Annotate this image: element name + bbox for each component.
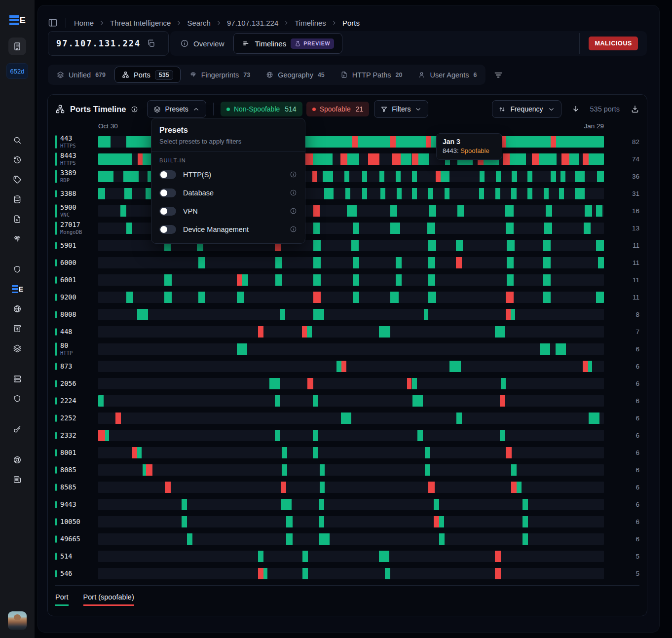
port-row-2332[interactable]: 23326 — [55, 427, 639, 444]
port-track[interactable] — [98, 447, 604, 458]
port-row-27017[interactable]: 27017MongoDB13 — [55, 220, 639, 237]
org-button[interactable] — [8, 38, 26, 55]
tab-user-agents[interactable]: User Agents6 — [411, 67, 484, 83]
download-icon[interactable] — [631, 105, 639, 113]
tab-overview[interactable]: Overview — [172, 33, 232, 54]
filter-lines-icon[interactable] — [493, 70, 503, 80]
port-track[interactable] — [98, 378, 604, 389]
port-row-2056[interactable]: 20566 — [55, 375, 639, 392]
port-row-8085[interactable]: 80856 — [55, 461, 639, 479]
sidebar-item-history[interactable] — [11, 154, 23, 166]
port-track[interactable] — [98, 309, 604, 320]
legend-port[interactable]: Port — [55, 593, 69, 606]
port-row-514[interactable]: 5145 — [55, 548, 639, 565]
legend-port-spoofable[interactable]: Port (spoofable) — [83, 593, 134, 606]
sidebar-item-globe[interactable] — [11, 303, 23, 315]
app-logo[interactable]: E — [9, 15, 25, 26]
tab-unified[interactable]: Unified679 — [50, 67, 112, 83]
port-track[interactable] — [98, 413, 604, 424]
info-icon[interactable] — [131, 106, 138, 113]
port-track[interactable] — [98, 533, 604, 545]
port-row-873[interactable]: 8736 — [55, 358, 639, 375]
port-row-8585[interactable]: 85856 — [55, 479, 639, 496]
sidebar-item-key[interactable] — [11, 423, 23, 435]
port-track[interactable] — [98, 326, 604, 338]
port-row-8443[interactable]: 8443HTTPS74 — [55, 150, 639, 168]
sidebar-item-archive-up[interactable] — [11, 323, 23, 335]
presets-button[interactable]: Presets — [147, 100, 206, 118]
preset-toggle[interactable] — [159, 207, 176, 216]
info-icon[interactable] — [290, 189, 297, 196]
breadcrumb-item-search[interactable]: Search — [187, 19, 211, 27]
sidebar-item-server[interactable] — [11, 373, 23, 385]
sidebar-item-layers[interactable] — [11, 342, 23, 354]
port-track[interactable] — [98, 274, 604, 286]
tab-timelines[interactable]: Timelines PREVIEW — [233, 33, 343, 54]
sidebar-toggle-icon[interactable] — [48, 18, 58, 28]
breadcrumb-item-ports[interactable]: Ports — [342, 19, 360, 27]
port-track[interactable] — [98, 516, 604, 527]
port-row-49665[interactable]: 496656 — [55, 530, 639, 548]
sidebar-item-elastic[interactable]: E — [11, 283, 23, 295]
port-row-6000[interactable]: 600011 — [55, 254, 639, 271]
sidebar-item-search[interactable] — [11, 134, 23, 146]
sidebar-item-shield-check[interactable] — [11, 393, 23, 405]
port-track[interactable] — [98, 551, 604, 562]
port-row-8008[interactable]: 80088 — [55, 306, 639, 323]
sort-direction-icon[interactable] — [571, 105, 580, 113]
preset-toggle[interactable] — [159, 170, 176, 179]
port-track[interactable] — [98, 343, 604, 355]
breadcrumb-item-timelines[interactable]: Timelines — [295, 19, 326, 27]
port-row-3389[interactable]: 3389RDP36 — [55, 168, 639, 185]
breadcrumb-item-home[interactable]: Home — [74, 19, 94, 27]
port-row-5901[interactable]: 590111 — [55, 237, 639, 254]
tab-fingerprints[interactable]: Fingerprints73 — [183, 67, 257, 83]
port-row-3388[interactable]: 338831 — [55, 185, 639, 202]
spoofable-filter[interactable]: Spoofable 21 — [306, 102, 370, 116]
user-avatar[interactable] — [8, 611, 27, 630]
sidebar-item-tag[interactable] — [11, 174, 23, 186]
info-icon[interactable] — [290, 225, 297, 233]
port-track[interactable] — [98, 430, 604, 441]
port-track[interactable] — [98, 482, 604, 493]
sort-select[interactable]: Frequency — [492, 100, 561, 118]
copy-icon[interactable] — [147, 39, 155, 48]
port-row-448[interactable]: 4487 — [55, 323, 639, 340]
port-track[interactable] — [98, 464, 604, 476]
sidebar-item-news[interactable] — [11, 474, 23, 486]
sidebar-item-shield[interactable] — [11, 263, 23, 275]
sidebar-item-file-scan[interactable] — [11, 213, 23, 225]
tab-geography[interactable]: Geography45 — [259, 67, 332, 83]
port-track[interactable] — [98, 257, 604, 268]
port-track[interactable] — [98, 499, 604, 510]
preset-toggle[interactable] — [159, 188, 176, 197]
port-row-2224[interactable]: 22246 — [55, 392, 639, 410]
filters-button[interactable]: Filters — [374, 100, 428, 118]
tab-ports[interactable]: Ports535 — [114, 67, 181, 83]
port-row-546[interactable]: 5465 — [55, 565, 639, 582]
port-track[interactable] — [98, 292, 604, 303]
port-row-9443[interactable]: 94436 — [55, 496, 639, 513]
port-row-443[interactable]: 443HTTPS82 — [55, 133, 639, 150]
port-row-2252[interactable]: 22526 — [55, 410, 639, 427]
port-track[interactable] — [98, 568, 604, 579]
info-icon[interactable] — [290, 171, 297, 178]
port-row-5900[interactable]: 5900VNC16 — [55, 202, 639, 220]
sidebar-item-database[interactable] — [11, 193, 23, 205]
workspace-badge[interactable]: 652d — [6, 63, 28, 79]
info-icon[interactable] — [290, 207, 297, 215]
non-spoofable-filter[interactable]: Non-Spoofable 514 — [221, 102, 302, 116]
sidebar-item-help[interactable] — [11, 454, 23, 466]
preset-toggle[interactable] — [159, 225, 176, 234]
port-row-9200[interactable]: 920011 — [55, 289, 639, 306]
port-row-10050[interactable]: 100506 — [55, 513, 639, 530]
tab-http-paths[interactable]: HTTP Paths20 — [334, 67, 410, 83]
breadcrumb-item-97-107-131-224[interactable]: 97.107.131.224 — [227, 19, 278, 27]
port-track[interactable] — [98, 361, 604, 372]
port-row-80[interactable]: 80HTTP6 — [55, 340, 639, 358]
port-row-8001[interactable]: 80016 — [55, 444, 639, 461]
breadcrumb-item-threat-intelligence[interactable]: Threat Intelligence — [110, 19, 171, 27]
port-row-6001[interactable]: 600111 — [55, 271, 639, 289]
port-track[interactable] — [98, 395, 604, 407]
sidebar-item-fingerprint[interactable] — [11, 233, 23, 245]
